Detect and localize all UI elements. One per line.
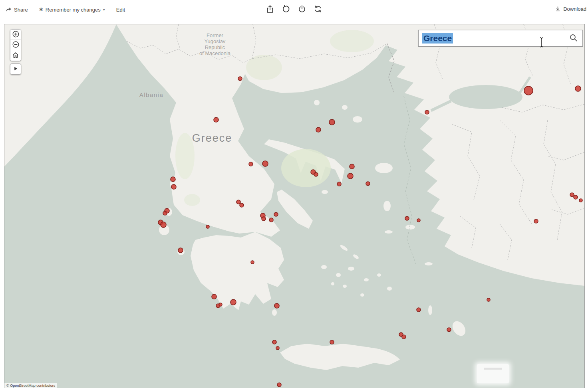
remember-changes-button[interactable]: ✱ Remember my changes ▾ xyxy=(39,7,105,13)
island-saronic-2 xyxy=(270,251,273,254)
map-marker[interactable] xyxy=(402,335,406,339)
map-marker[interactable] xyxy=(274,212,278,216)
map-marker[interactable] xyxy=(206,225,209,228)
island-cyclades-8 xyxy=(331,282,334,285)
map-marker[interactable] xyxy=(269,218,273,222)
zoom-out-button[interactable] xyxy=(10,40,21,50)
zoom-in-icon xyxy=(12,30,20,39)
download-icon xyxy=(555,6,561,12)
map-marker[interactable] xyxy=(262,161,268,166)
map-marker[interactable] xyxy=(524,86,533,95)
map-marker[interactable] xyxy=(276,346,279,350)
search-icon xyxy=(569,34,578,44)
map-marker[interactable] xyxy=(348,173,353,179)
map-canvas[interactable]: Former Yugoslav Republic of Macedonia Al… xyxy=(4,24,585,388)
island-cyclades-1 xyxy=(321,265,327,269)
island-samos xyxy=(405,225,415,230)
map-marker[interactable] xyxy=(212,294,217,299)
map-marker[interactable] xyxy=(487,298,490,301)
export-button[interactable] xyxy=(265,4,275,15)
render-artifact xyxy=(477,364,509,383)
map-marker[interactable] xyxy=(171,177,175,182)
edit-button[interactable]: Edit xyxy=(116,7,125,13)
map-marker[interactable] xyxy=(417,308,421,312)
island-samothrace xyxy=(342,105,348,110)
map-zoom-control xyxy=(10,29,21,61)
island-cyclades-5 xyxy=(343,285,347,288)
island-cyclades-2 xyxy=(336,273,341,277)
download-label: Download xyxy=(563,6,586,12)
label-fyrom-line4: of Macedonia xyxy=(199,50,231,56)
map-marker[interactable] xyxy=(274,303,279,308)
island-lemnos xyxy=(353,116,362,123)
island-chios xyxy=(383,201,391,211)
map-marker[interactable] xyxy=(214,117,219,122)
island-lesbos xyxy=(375,163,393,173)
refresh-button[interactable] xyxy=(313,4,323,15)
toolbar-center-group xyxy=(265,4,323,15)
map-marker[interactable] xyxy=(238,77,242,81)
island-thasos xyxy=(314,100,320,105)
map-marker[interactable] xyxy=(316,127,321,132)
map-marker[interactable] xyxy=(534,219,538,223)
map-marker[interactable] xyxy=(425,110,429,114)
island-kos xyxy=(425,262,433,265)
home-icon xyxy=(12,51,19,60)
toolbar-left-group: Share ✱ Remember my changes ▾ Edit xyxy=(0,7,125,13)
map-marker[interactable] xyxy=(277,383,281,387)
map-marker[interactable] xyxy=(329,119,335,125)
map-marker[interactable] xyxy=(366,182,370,186)
share-icon xyxy=(6,7,12,12)
map-marker[interactable] xyxy=(447,328,451,332)
map-marker[interactable] xyxy=(163,211,167,215)
search-button[interactable] xyxy=(565,30,582,46)
map-marker[interactable] xyxy=(405,216,409,220)
map-marker[interactable] xyxy=(230,299,236,305)
map-marker[interactable] xyxy=(178,248,183,253)
download-button[interactable]: Download xyxy=(555,6,586,12)
map-marker[interactable] xyxy=(171,184,176,189)
map-marker[interactable] xyxy=(161,222,166,228)
map-marker[interactable] xyxy=(240,203,244,207)
map-attribution[interactable]: © OpenStreetMap contributors xyxy=(4,383,57,388)
undo-button[interactable] xyxy=(281,4,291,15)
map-marker[interactable] xyxy=(350,164,354,169)
map-marker[interactable] xyxy=(330,340,334,344)
gear-icon: ✱ xyxy=(39,7,43,12)
map-marker[interactable] xyxy=(272,340,276,344)
map-marker[interactable] xyxy=(262,217,266,221)
map-marker[interactable] xyxy=(574,195,578,199)
label-fyrom-line3: Republic xyxy=(205,44,225,50)
power-icon xyxy=(298,5,306,14)
sea-of-marmara xyxy=(449,85,522,109)
share-button[interactable]: Share xyxy=(6,7,28,13)
label-fyrom-line2: Yugoslav xyxy=(205,38,226,44)
island-cyclades-3 xyxy=(348,267,354,271)
map-marker[interactable] xyxy=(575,86,581,91)
map-marker[interactable] xyxy=(417,219,420,222)
map-search: Greece xyxy=(418,30,583,47)
arrow-right-icon xyxy=(13,66,18,73)
map-marker[interactable] xyxy=(570,193,574,197)
map-marker[interactable] xyxy=(251,261,254,264)
map-marker[interactable] xyxy=(249,162,253,166)
island-kythira xyxy=(272,309,277,316)
map-marker[interactable] xyxy=(579,199,582,202)
zoom-in-button[interactable] xyxy=(10,30,21,40)
island-saronic-1 xyxy=(263,245,267,248)
island-ikaria xyxy=(385,230,393,234)
pan-right-button[interactable] xyxy=(10,64,21,74)
power-button[interactable] xyxy=(297,4,307,15)
island-karpathos xyxy=(428,305,432,315)
map-marker[interactable] xyxy=(236,200,240,204)
toolbar: Share ✱ Remember my changes ▾ Edit xyxy=(0,0,588,19)
remember-changes-label: Remember my changes xyxy=(46,7,101,13)
map-marker[interactable] xyxy=(314,172,318,176)
zoom-out-icon xyxy=(12,41,20,49)
map-pan-control xyxy=(10,63,21,75)
map-marker[interactable] xyxy=(219,303,222,306)
undo-icon xyxy=(282,5,290,14)
search-input[interactable]: Greece xyxy=(419,30,565,46)
home-button[interactable] xyxy=(10,50,21,61)
map-marker[interactable] xyxy=(337,182,341,186)
